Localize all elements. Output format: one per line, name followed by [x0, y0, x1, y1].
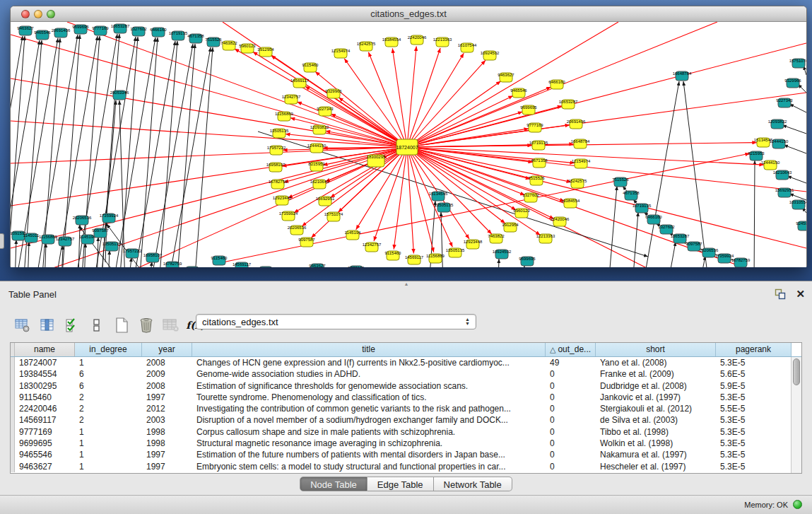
table-cell[interactable]: Franke et al. (2009) — [596, 368, 716, 380]
table-cell[interactable]: 0 — [546, 368, 596, 380]
table-cell[interactable]: 0 — [546, 449, 596, 460]
table-cell[interactable]: 5.6E-5 — [716, 368, 792, 380]
column-header-in-degree[interactable]: in_degree — [75, 343, 142, 356]
table-cell[interactable]: 1997 — [142, 461, 192, 472]
vertical-scrollbar[interactable] — [791, 357, 801, 473]
table-cell[interactable]: Tourette syndrome. Phenomenology and cla… — [192, 392, 546, 403]
table-cell[interactable]: 19384554 — [15, 368, 75, 380]
table-cell[interactable]: 9699695 — [15, 438, 75, 449]
close-panel-icon[interactable]: ✕ — [796, 288, 805, 300]
hidden-panel-grip[interactable] — [0, 233, 4, 249]
column-header-short[interactable]: short — [596, 343, 716, 356]
column-header-name[interactable]: name — [15, 343, 75, 356]
table-cell[interactable]: 1998 — [142, 426, 192, 438]
table-cell[interactable]: Structural magnetic resonance image aver… — [192, 438, 546, 449]
table-cell[interactable]: Disruption of a novel member of a sodium… — [192, 414, 546, 426]
table-cell[interactable]: 2012 — [142, 403, 192, 414]
table-cell[interactable]: 1 — [75, 461, 142, 472]
table-row[interactable]: 1938455462009Genome-wide association stu… — [11, 368, 792, 380]
table-cell[interactable]: 9465546 — [15, 449, 75, 460]
table-cell[interactable]: 18300295 — [15, 380, 75, 392]
table-cell[interactable]: 2003 — [142, 414, 192, 426]
table-cell[interactable]: 6 — [75, 380, 142, 392]
network-window[interactable]: citations_edges.txt 94636279465546206914… — [10, 6, 807, 267]
network-view-canvas[interactable]: 9463627946554620691406969969597771691065… — [11, 22, 806, 267]
column-header-year[interactable]: year — [142, 343, 192, 356]
table-cell[interactable]: 6 — [75, 368, 142, 380]
table-cell[interactable]: Nakamura et al. (1997) — [596, 449, 716, 460]
table-cell[interactable]: 49 — [546, 357, 596, 368]
table-cell[interactable]: 5.3E-5 — [716, 449, 792, 460]
table-cell[interactable]: Yano et al. (2008) — [596, 357, 716, 368]
table-cell[interactable]: 0 — [546, 403, 596, 414]
table-cell[interactable]: 18724007 — [15, 357, 75, 368]
table-cell[interactable]: Genome-wide association studies in ADHD. — [192, 368, 546, 380]
scrollbar-thumb[interactable] — [793, 358, 800, 385]
table-row[interactable]: 977716911998Corpus callosum shape and si… — [11, 426, 792, 438]
table-cell[interactable]: 0 — [546, 426, 596, 438]
table-cell[interactable]: 22420046 — [15, 403, 75, 414]
network-graph[interactable]: 9463627946554620691406969969597771691065… — [11, 22, 806, 267]
table-settings-icon[interactable] — [14, 317, 31, 334]
table-cell[interactable]: 2 — [75, 403, 142, 414]
table-cell[interactable]: 2008 — [142, 380, 192, 392]
table-cell[interactable]: 0 — [546, 380, 596, 392]
table-cell[interactable]: 2 — [75, 392, 142, 403]
table-cell[interactable]: 5.5E-5 — [716, 403, 792, 414]
delete-trash-icon[interactable] — [138, 317, 155, 334]
table-cell[interactable]: 1 — [75, 357, 142, 368]
column-header-title[interactable]: title — [192, 343, 546, 356]
table-row[interactable]: 946362711997Embryonic stem cells: a mode… — [11, 461, 792, 472]
table-cell[interactable]: 1 — [75, 426, 142, 438]
table-cell[interactable]: Jankovic et al. (1997) — [596, 392, 716, 403]
table-cell[interactable]: Hescheler et al. (1997) — [596, 461, 716, 472]
tab-network-table[interactable]: Network Table — [434, 477, 512, 491]
column-header-out-de-[interactable]: △out_de... — [546, 343, 596, 356]
table-cell[interactable]: 9777169 — [15, 426, 75, 438]
table-cell[interactable]: Investigating the contribution of common… — [192, 403, 546, 414]
table-cell[interactable]: 1 — [75, 449, 142, 460]
table-cell[interactable]: 14569117 — [15, 414, 75, 426]
table-cell[interactable]: 0 — [546, 461, 596, 472]
table-row[interactable]: 911546021997Tourette syndrome. Phenomeno… — [11, 392, 792, 403]
table-cell[interactable]: Estimation of significance thresholds fo… — [192, 380, 546, 392]
table-cell[interactable]: 5.3E-5 — [716, 438, 792, 449]
table-cell[interactable]: 0 — [546, 438, 596, 449]
table-cell[interactable]: 2009 — [142, 368, 192, 380]
table-cell[interactable]: 1997 — [142, 392, 192, 403]
table-row[interactable]: 1456911722003Disruption of a novel membe… — [11, 414, 792, 426]
table-cell[interactable]: 5.9E-5 — [716, 380, 792, 392]
show-hide-columns-icon[interactable] — [39, 317, 56, 334]
table-cell[interactable]: de Silva et al. (2003) — [596, 414, 716, 426]
table-cell[interactable]: 5.3E-5 — [716, 461, 792, 472]
row-selection-icon[interactable] — [64, 317, 81, 334]
table-selector-dropdown[interactable]: citations_edges.txt ▲▼ — [196, 314, 476, 329]
column-header-pagerank[interactable]: pagerank — [716, 343, 792, 356]
new-table-icon[interactable] — [113, 317, 130, 334]
table-cell[interactable]: Corpus callosum shape and size in male p… — [192, 426, 546, 438]
table-row[interactable]: 1872400712008Changes of HCN gene express… — [11, 357, 792, 368]
table-cell[interactable]: Dudbridge et al. (2008) — [596, 380, 716, 392]
table-cell[interactable]: 9115460 — [15, 392, 75, 403]
table-cell[interactable]: 1998 — [142, 438, 192, 449]
table-cell[interactable]: 5.3E-5 — [716, 426, 792, 438]
table-row[interactable]: 969969511998Structural magnetic resonanc… — [11, 438, 792, 449]
table-cell[interactable]: Tibbo et al. (1998) — [596, 426, 716, 438]
table-cell[interactable]: Embryonic stem cells: a model to study s… — [192, 461, 546, 472]
table-cell[interactable]: 0 — [546, 414, 596, 426]
tab-edge-table[interactable]: Edge Table — [367, 477, 434, 491]
tab-node-table[interactable]: Node Table — [300, 477, 367, 491]
table-cell[interactable]: 0 — [546, 392, 596, 403]
float-panel-icon[interactable] — [775, 288, 786, 300]
table-cell[interactable]: 5.3E-5 — [716, 414, 792, 426]
merge-rows-icon[interactable] — [88, 317, 105, 334]
table-cell[interactable]: Changes of HCN gene expression and I(f) … — [192, 357, 546, 368]
table-cell[interactable]: Stergiakouli et al. (2012) — [596, 403, 716, 414]
table-cell[interactable]: 5.3E-5 — [716, 392, 792, 403]
table-cell[interactable]: 2 — [75, 414, 142, 426]
table-cell[interactable]: Estimation of the future numbers of pati… — [192, 449, 546, 460]
table-cell[interactable]: 9463627 — [15, 461, 75, 472]
table-cell[interactable]: 2008 — [142, 357, 192, 368]
table-row[interactable]: 2242004622012Investigating the contribut… — [11, 403, 792, 414]
window-titlebar[interactable]: citations_edges.txt — [11, 6, 806, 22]
